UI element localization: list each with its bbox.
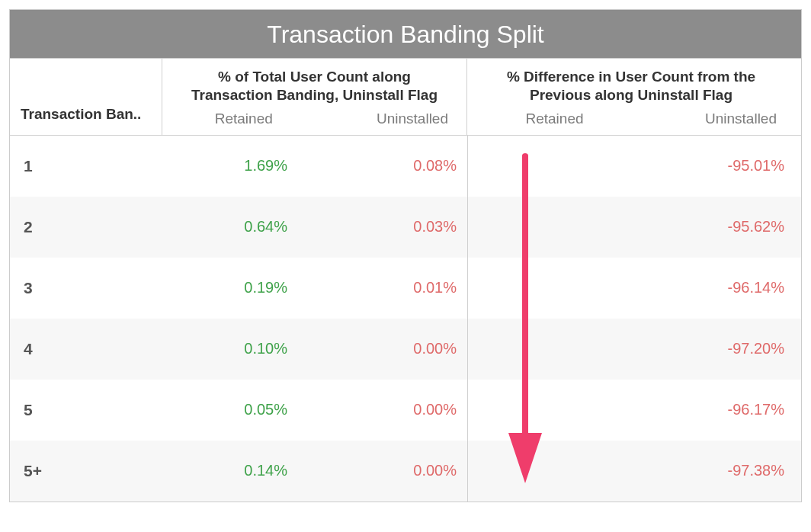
diff-uninstalled: -96.17% [631,401,795,418]
band-label: 5 [10,401,162,419]
band-label: 4 [10,340,162,358]
retained-value: 1.69% [162,157,315,175]
diff-uninstalled: -97.38% [631,462,795,479]
diff-uninstalled: -96.14% [631,279,795,296]
uninstalled-value: 0.08% [315,157,467,175]
rowheader-cell: Transaction Ban.. [10,59,162,135]
retained-value: 0.10% [162,340,315,357]
band-label: 5+ [10,462,162,480]
table-row: 1 1.69% 0.08% -95.01% [10,136,801,197]
retained-value: 0.05% [162,401,315,418]
diff-uninstalled: -95.01% [631,157,795,175]
table-row: 4 0.10% 0.00% -97.20% [10,319,801,380]
header-row: Transaction Ban.. % of Total User Count … [10,59,801,136]
rowheader-label: Transaction Ban.. [21,106,141,127]
group1-title: % of Total User Count along Transaction … [173,68,456,104]
group2-sub-retained: Retained [478,111,631,127]
group1-sub-retained: Retained [173,111,315,127]
uninstalled-value: 0.03% [315,218,467,236]
retained-value: 0.14% [162,462,315,479]
table-row: 5 0.05% 0.00% -96.17% [10,380,801,441]
group2-sub-uninstalled: Uninstalled [631,111,784,127]
group1-sub-uninstalled: Uninstalled [315,111,457,127]
band-label: 3 [10,279,162,297]
table-body: 1 1.69% 0.08% -95.01% 2 0.64% 0.03% -95.… [10,136,801,502]
uninstalled-value: 0.01% [315,279,467,296]
table-row: 2 0.64% 0.03% -95.62% [10,197,801,258]
band-label: 1 [10,157,162,175]
group2-title: % Difference in User Count from the Prev… [478,68,784,104]
transaction-banding-table: Transaction Banding Split Transaction Ba… [9,9,802,502]
table-row: 3 0.19% 0.01% -96.14% [10,258,801,319]
table-row: 5+ 0.14% 0.00% -97.38% [10,441,801,502]
uninstalled-value: 0.00% [315,462,467,479]
retained-value: 0.19% [162,279,315,296]
group2-header: % Difference in User Count from the Prev… [467,59,795,135]
uninstalled-value: 0.00% [315,340,467,357]
band-label: 2 [10,218,162,236]
table-title: Transaction Banding Split [10,10,801,59]
diff-uninstalled: -97.20% [631,340,795,357]
retained-value: 0.64% [162,218,315,236]
column-divider [467,136,468,502]
diff-uninstalled: -95.62% [631,218,795,236]
group1-header: % of Total User Count along Transaction … [162,59,467,135]
uninstalled-value: 0.00% [315,401,467,418]
